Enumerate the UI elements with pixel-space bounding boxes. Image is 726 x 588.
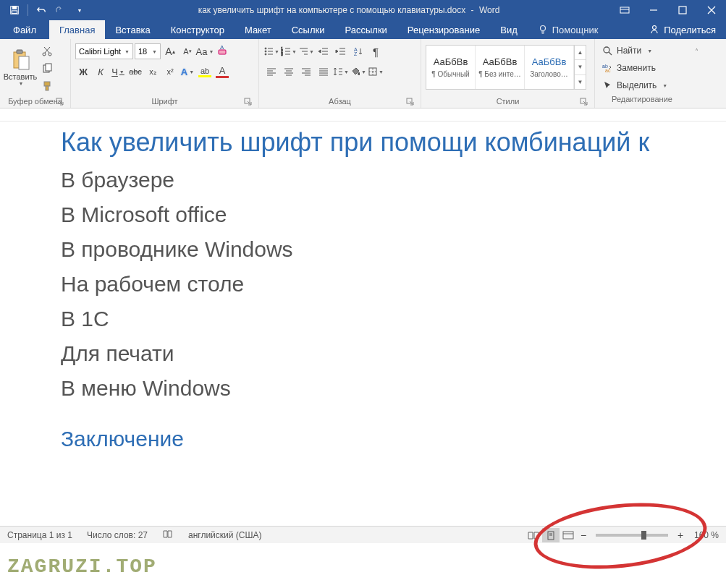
doc-paragraph[interactable]: Для печати [61,341,726,366]
font-name-combo[interactable]: Calibri Light▼ [75,43,133,59]
tab-mailings[interactable]: Рассылки [334,20,397,39]
italic-button[interactable]: К [93,64,109,80]
cut-button[interactable] [39,43,55,59]
ruler[interactable] [0,108,726,122]
text-effects-button[interactable]: A▼ [180,64,195,80]
find-button[interactable]: Найти▼ [599,43,685,58]
share-button[interactable]: Поделиться [639,20,726,39]
shrink-font-button[interactable]: A▾ [180,43,195,59]
tell-me-search[interactable]: Помощник [528,20,609,39]
clear-format-button[interactable]: A [214,43,230,59]
doc-heading-2[interactable]: Заключение [61,427,726,451]
doc-paragraph[interactable]: В проводнике Windows [61,237,726,262]
ribbon-display-button[interactable] [610,0,639,20]
tab-file[interactable]: Файл [0,20,49,39]
group-clipboard: Вставить ▼ Буфер обмена [0,39,71,108]
paragraph-launcher[interactable] [406,98,415,106]
view-web-layout[interactable] [560,528,577,542]
zoom-in-button[interactable]: + [674,529,687,542]
font-launcher[interactable] [244,98,253,106]
change-case-button[interactable]: Aa▼ [197,43,213,59]
doc-paragraph[interactable]: В 1С [61,307,726,331]
style-heading1[interactable]: АаБбВв Заголово… [525,46,574,89]
indent-icon [335,46,347,56]
doc-paragraph[interactable]: На рабочем столе [61,272,726,297]
styles-down[interactable]: ▼ [575,60,586,74]
format-painter-button[interactable] [39,78,55,94]
align-right-button[interactable] [298,64,314,80]
tab-references[interactable]: Ссылки [282,20,335,39]
status-words[interactable]: Число слов: 27 [87,530,148,540]
doc-paragraph[interactable]: В меню Windows [61,376,726,401]
multilevel-button[interactable]: ▼ [298,43,314,59]
tab-home[interactable]: Главная [49,20,105,39]
bold-button[interactable]: Ж [75,64,91,80]
align-left-button[interactable] [263,64,279,80]
show-marks-button[interactable]: ¶ [368,43,384,59]
zoom-thumb[interactable] [641,531,646,540]
svg-rect-15 [19,56,29,69]
view-read-mode[interactable] [525,528,542,542]
svg-point-16 [43,53,46,56]
styles-launcher[interactable] [580,98,588,106]
replace-button[interactable]: abac Заменить [599,61,685,75]
ribbon: Вставить ▼ Буфер обмена Calibri Light▼ 1… [0,39,726,108]
align-center-button[interactable] [281,64,297,80]
view-print-layout[interactable] [542,528,560,542]
decrease-indent-button[interactable] [316,43,332,59]
styles-more[interactable]: ▼ [575,75,586,89]
increase-indent-button[interactable] [333,43,349,59]
status-page[interactable]: Страница 1 из 1 [7,530,72,540]
tab-insert[interactable]: Вставка [105,20,160,39]
document-area[interactable]: Как увеличить шрифт при помощи комбинаци… [0,122,726,527]
zoom-level[interactable]: 160 % [687,530,719,540]
clipboard-launcher[interactable] [56,98,64,106]
highlight-button[interactable]: ab [197,64,213,80]
tab-review[interactable]: Рецензирование [397,20,490,39]
maximize-button[interactable] [668,0,697,20]
doc-paragraph[interactable]: В Microsoft office [61,203,726,227]
styles-up[interactable]: ▲ [575,46,586,60]
grow-font-button[interactable]: A▴ [162,43,178,59]
underline-button[interactable]: Ч▼ [110,64,126,80]
borders-icon [368,67,377,77]
minimize-button[interactable] [639,0,668,20]
doc-paragraph[interactable]: В браузере [61,168,726,192]
superscript-button[interactable]: x² [162,64,178,80]
borders-button[interactable]: ▼ [368,64,384,80]
bullets-button[interactable]: ▼ [263,43,279,59]
tab-design[interactable]: Конструктор [161,20,235,39]
doc-heading-1[interactable]: Как увеличить шрифт при помощи комбинаци… [61,127,726,158]
tab-layout[interactable]: Макет [235,20,282,39]
tab-view[interactable]: Вид [490,20,528,39]
zoom-slider[interactable] [596,534,668,537]
status-proofing[interactable] [162,529,174,541]
justify-button[interactable] [316,64,332,80]
title-bar: ▼ как увеличить шрифт на компьютере с по… [0,0,726,20]
sort-button[interactable]: AZ [350,43,366,59]
line-spacing-button[interactable]: ▼ [333,64,349,80]
close-button[interactable] [697,0,726,20]
qat-customize[interactable]: ▼ [70,1,88,19]
undo-button[interactable] [33,1,50,19]
group-font-label: Шрифт [75,95,254,108]
select-button[interactable]: Выделить▼ [599,78,685,93]
style-normal[interactable]: АаБбВв ¶ Обычный [426,46,476,89]
svg-rect-3 [620,7,629,13]
numbering-button[interactable]: 123▼ [281,43,297,59]
redo-button[interactable] [51,1,69,19]
font-color-button[interactable]: A [214,64,230,80]
paste-button[interactable]: Вставить ▼ [4,41,36,93]
collapse-ribbon-button[interactable]: ˄ [689,43,704,59]
subscript-button[interactable]: x₂ [145,64,161,80]
strikethrough-button[interactable]: abc [127,64,143,80]
save-button[interactable] [6,1,23,19]
zoom-out-button[interactable]: − [577,529,590,542]
font-size-combo[interactable]: 18▼ [135,43,161,59]
status-language[interactable]: английский (США) [188,530,261,540]
svg-text:Z: Z [354,51,358,56]
shading-button[interactable]: ▼ [350,64,366,80]
copy-button[interactable] [39,61,55,77]
svg-point-32 [265,54,266,55]
style-no-spacing[interactable]: АаБбВв ¶ Без инте… [476,46,525,89]
